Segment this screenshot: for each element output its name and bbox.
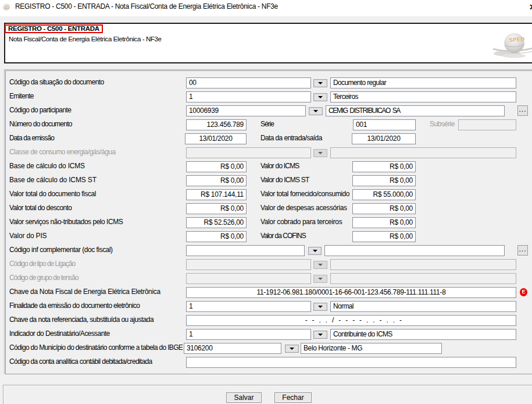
svg-text:SPED: SPED [509,36,525,43]
svg-text:SP: SP [5,5,8,8]
